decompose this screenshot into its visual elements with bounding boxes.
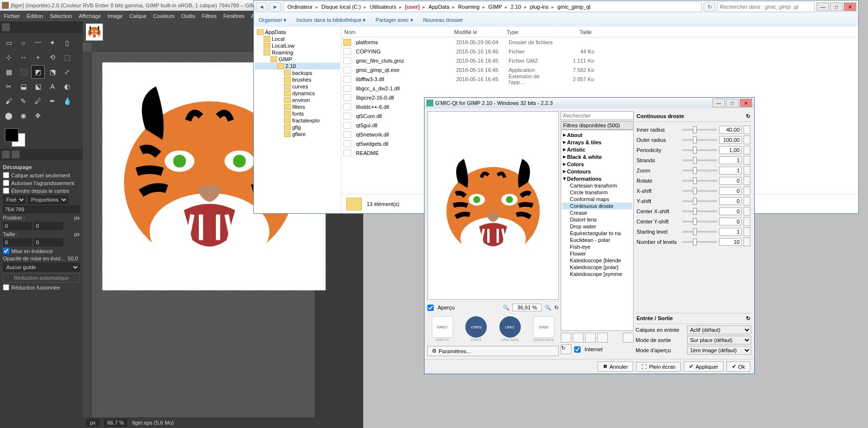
filter-item[interactable]: Drop water bbox=[562, 223, 632, 230]
include-menu[interactable]: Inclure dans la bibliothèque ▾ bbox=[296, 17, 366, 23]
tree-item[interactable]: filters bbox=[255, 103, 340, 110]
crumb[interactable]: Disque local (C:) bbox=[319, 4, 363, 10]
param-value[interactable] bbox=[719, 187, 742, 195]
delete-icon[interactable] bbox=[597, 333, 608, 342]
tool-23[interactable]: ✒ bbox=[46, 94, 59, 108]
preview-image[interactable] bbox=[427, 111, 559, 300]
filter-category[interactable]: ▸ Artistic bbox=[562, 146, 632, 153]
tool-9[interactable]: ⬚ bbox=[60, 51, 74, 64]
collapse-icon[interactable] bbox=[573, 333, 584, 342]
filter-item[interactable]: Continuous droste bbox=[562, 203, 632, 209]
fixed-select[interactable]: Fixé bbox=[3, 195, 26, 204]
back-button[interactable]: ◄ bbox=[256, 2, 267, 12]
menu-image[interactable]: Image bbox=[108, 13, 123, 19]
status-unit[interactable]: px bbox=[87, 419, 99, 427]
param-slider[interactable] bbox=[682, 170, 717, 171]
crumb[interactable]: plug-ins bbox=[528, 4, 551, 10]
io-select[interactable]: Sur place (défaut) bbox=[687, 336, 751, 344]
spinner[interactable] bbox=[744, 207, 750, 216]
minimize-button[interactable]: — bbox=[712, 99, 725, 107]
io-select[interactable]: 1ère image (défaut) bbox=[687, 346, 751, 355]
param-slider[interactable] bbox=[682, 210, 717, 212]
proportions-select[interactable]: Proportions bbox=[28, 195, 68, 204]
filter-item[interactable]: Kaleidoscope [blende bbox=[562, 257, 632, 264]
menu-sélection[interactable]: Sélection bbox=[50, 13, 72, 19]
tree-item[interactable]: backups bbox=[255, 69, 340, 76]
tool-3[interactable]: ✦ bbox=[46, 36, 59, 50]
file-row[interactable]: COPYING2018-05-16 16:45Fichier44 Ko bbox=[341, 47, 858, 56]
param-slider[interactable] bbox=[682, 139, 717, 141]
tool-11[interactable]: ⬛ bbox=[17, 65, 30, 79]
param-value[interactable] bbox=[719, 167, 742, 174]
maximize-button[interactable]: □ bbox=[726, 99, 739, 107]
organize-menu[interactable]: Organiser ▾ bbox=[259, 17, 286, 23]
toggle-icon[interactable] bbox=[585, 333, 596, 342]
size-x[interactable] bbox=[3, 239, 32, 246]
file-row[interactable]: gmic_film_cluts.gmz2018-05-16 16:45Fichi… bbox=[341, 56, 858, 65]
explorer-search[interactable] bbox=[717, 1, 815, 12]
size-y[interactable] bbox=[34, 239, 63, 246]
tree-item[interactable]: 2.10 bbox=[255, 63, 340, 69]
status-zoom[interactable]: 66.7 % bbox=[104, 419, 127, 427]
tree-item[interactable]: AppData bbox=[255, 29, 340, 35]
col-name[interactable]: Nom bbox=[341, 29, 451, 35]
pos-x[interactable] bbox=[3, 222, 32, 230]
apply-button[interactable]: ✔ Appliquer bbox=[684, 361, 723, 372]
param-value[interactable] bbox=[719, 146, 742, 154]
param-slider[interactable] bbox=[682, 231, 717, 233]
opt-merged-reduce[interactable] bbox=[3, 284, 9, 291]
param-slider[interactable] bbox=[682, 221, 717, 223]
preview-checkbox[interactable] bbox=[427, 305, 434, 311]
crumb[interactable]: Utilisateurs bbox=[368, 4, 398, 10]
filter-item[interactable]: Circle transform bbox=[562, 189, 632, 196]
tool-22[interactable]: 🖊 bbox=[31, 94, 45, 108]
spinner[interactable] bbox=[744, 176, 750, 185]
file-row[interactable]: platforms2018-05-29 06:04Dossier de fich… bbox=[341, 37, 858, 47]
image-thumb[interactable] bbox=[86, 23, 103, 41]
settings-button[interactable]: ⚙ Paramètres… bbox=[427, 346, 559, 356]
spinner[interactable] bbox=[744, 197, 750, 205]
filter-item[interactable]: Equirectangular to na bbox=[562, 230, 632, 237]
filter-category[interactable]: ▸ Black & white bbox=[562, 153, 632, 160]
tool-16[interactable]: ⬓ bbox=[17, 80, 30, 93]
filter-item[interactable]: Kaleidoscope [polar] bbox=[562, 264, 632, 271]
tool-13[interactable]: ⬔ bbox=[46, 65, 59, 79]
filter-item[interactable]: Euclidean - polar bbox=[562, 237, 632, 243]
opt-allow-grow[interactable] bbox=[3, 180, 9, 186]
gmic-titlebar[interactable]: G'MIC-Qt for GIMP 2.10 - Windows 32 bits… bbox=[425, 98, 754, 108]
options-tab[interactable] bbox=[2, 151, 10, 158]
crumb[interactable]: Ordinateur bbox=[285, 4, 315, 10]
update-icon[interactable]: ↻ bbox=[561, 344, 571, 354]
tool-10[interactable]: ▦ bbox=[2, 65, 16, 79]
zoom-value[interactable] bbox=[513, 304, 542, 311]
filter-item[interactable]: Distort lens bbox=[562, 216, 632, 223]
tree-item[interactable]: environ bbox=[255, 97, 340, 103]
tree-item[interactable]: Roaming bbox=[255, 49, 340, 56]
menu-affichage[interactable]: Affichage bbox=[79, 13, 101, 19]
param-value[interactable] bbox=[719, 156, 742, 164]
auto-reduce-button[interactable]: Réduction automatique bbox=[3, 273, 80, 283]
tool-24[interactable]: 💧 bbox=[60, 94, 74, 108]
tool-14[interactable]: ⤢ bbox=[60, 65, 74, 79]
tree-item[interactable]: dynamics bbox=[255, 90, 340, 97]
newfolder-button[interactable]: Nouveau dossier bbox=[423, 17, 463, 23]
filter-item[interactable]: Fish-eye bbox=[562, 243, 632, 250]
filter-category[interactable]: ▸ Colors bbox=[562, 160, 632, 168]
param-slider[interactable] bbox=[682, 200, 717, 202]
param-slider[interactable] bbox=[682, 129, 717, 131]
tool-12[interactable]: ◩ bbox=[31, 65, 45, 79]
breadcrumb[interactable]: Ordinateur▸Disque local (C:)▸Utilisateur… bbox=[283, 1, 702, 12]
forward-button[interactable]: ► bbox=[269, 2, 281, 12]
color-swatches[interactable] bbox=[3, 128, 27, 146]
opt-from-center[interactable] bbox=[3, 188, 9, 194]
menu-fenêtres[interactable]: Fenêtres bbox=[223, 13, 244, 19]
tree-item[interactable]: curves bbox=[255, 83, 340, 90]
tool-1[interactable]: ○ bbox=[17, 36, 30, 50]
filter-search[interactable] bbox=[561, 111, 634, 120]
spinner[interactable] bbox=[744, 227, 750, 236]
param-value[interactable] bbox=[719, 218, 742, 225]
param-value[interactable] bbox=[719, 136, 742, 144]
spinner[interactable] bbox=[744, 238, 750, 246]
crumb[interactable]: [user] bbox=[403, 4, 422, 10]
minimize-button[interactable]: — bbox=[816, 2, 829, 11]
